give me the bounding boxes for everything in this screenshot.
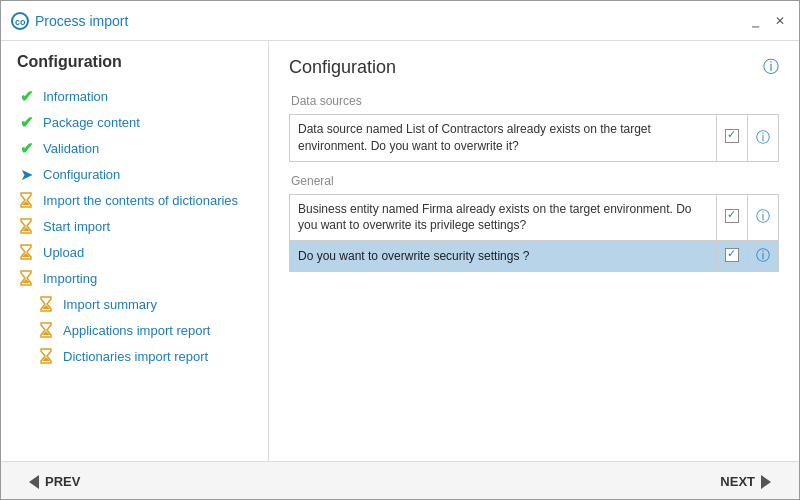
sidebar-icon-check: ✔ [17, 113, 35, 131]
hourglass-icon [38, 322, 54, 338]
svg-text:co: co [15, 17, 26, 27]
hourglass-icon [38, 296, 54, 312]
hourglass-icon [18, 192, 34, 208]
config-table-general: Business entity named Firma already exis… [289, 194, 779, 273]
section-data-sources: Data sourcesData source named List of Co… [289, 94, 779, 162]
sidebar-icon-pending [17, 217, 35, 235]
check-icon: ✔ [20, 87, 33, 106]
sidebar-icon-arrow: ➤ [17, 165, 35, 183]
checkbox-data-source-row[interactable] [725, 129, 739, 143]
config-row-business-entity-row: Business entity named Firma already exis… [290, 194, 779, 241]
sidebar-title: Configuration [1, 53, 268, 83]
config-row-text-business-entity-row: Business entity named Firma already exis… [290, 194, 717, 241]
hourglass-icon [18, 218, 34, 234]
checkbox-business-entity-row[interactable] [725, 209, 739, 223]
config-row-check-security-settings-row[interactable] [717, 241, 748, 272]
hourglass-icon [38, 348, 54, 364]
sidebar-label-validation: Validation [43, 141, 99, 156]
sidebar-item-import-dictionaries[interactable]: Import the contents of dictionaries [1, 187, 268, 213]
sidebar-item-import-summary[interactable]: Import summary [1, 291, 268, 317]
info-icon-security-settings-row[interactable]: ⓘ [756, 247, 770, 263]
sidebar-label-import-summary: Import summary [63, 297, 157, 312]
sidebar-item-information[interactable]: ✔Information [1, 83, 268, 109]
window-controls: ⎯ ✕ [748, 12, 789, 30]
sidebar-label-package-content: Package content [43, 115, 140, 130]
sidebar-label-upload: Upload [43, 245, 84, 260]
config-row-security-settings-row: Do you want to overwrite security settin… [290, 241, 779, 272]
check-icon: ✔ [20, 139, 33, 158]
sidebar-label-applications-import-report: Applications import report [63, 323, 210, 338]
info-icon-data-source-row[interactable]: ⓘ [756, 129, 770, 145]
sidebar-icon-pending [17, 191, 35, 209]
sidebar-icon-check: ✔ [17, 87, 35, 105]
section-label-data-sources: Data sources [289, 94, 779, 108]
sidebar-label-start-import: Start import [43, 219, 110, 234]
checkbox-security-settings-row[interactable] [725, 248, 739, 262]
sidebar-label-import-dictionaries: Import the contents of dictionaries [43, 193, 238, 208]
next-arrow-icon [761, 475, 771, 489]
minimize-button[interactable]: ⎯ [748, 12, 763, 30]
section-general: GeneralBusiness entity named Firma alrea… [289, 174, 779, 273]
bottom-bar: PREV NEXT [1, 461, 799, 500]
sidebar-item-configuration[interactable]: ➤Configuration [1, 161, 268, 187]
sidebar-icon-pending [17, 243, 35, 261]
arrow-icon: ➤ [20, 165, 33, 184]
sidebar-item-start-import[interactable]: Start import [1, 213, 268, 239]
next-label: NEXT [720, 474, 755, 489]
sidebar-icon-pending [37, 295, 55, 313]
check-icon: ✔ [20, 113, 33, 132]
sidebar-label-dictionaries-import-report: Dictionaries import report [63, 349, 208, 364]
content-sections: Data sourcesData source named List of Co… [289, 94, 779, 272]
sidebar-item-importing[interactable]: Importing [1, 265, 268, 291]
prev-arrow-icon [29, 475, 39, 489]
main-container: Configuration ✔Information✔Package conte… [1, 41, 799, 461]
window-title: Process import [35, 13, 128, 29]
prev-label: PREV [45, 474, 80, 489]
config-row-check-data-source-row[interactable] [717, 115, 748, 162]
close-button[interactable]: ✕ [771, 12, 789, 30]
content-title: Configuration [289, 57, 396, 78]
sidebar-item-package-content[interactable]: ✔Package content [1, 109, 268, 135]
sidebar-label-information: Information [43, 89, 108, 104]
content-area: Configuration ⓘ Data sourcesData source … [269, 41, 799, 461]
config-table-data-sources: Data source named List of Contractors al… [289, 114, 779, 162]
co-icon: co [11, 12, 29, 30]
sidebar-item-dictionaries-import-report[interactable]: Dictionaries import report [1, 343, 268, 369]
next-button[interactable]: NEXT [712, 470, 779, 493]
content-header: Configuration ⓘ [289, 57, 779, 78]
sidebar-items-container: ✔Information✔Package content✔Validation➤… [1, 83, 268, 369]
hourglass-icon [18, 244, 34, 260]
title-bar-left: co Process import [11, 12, 128, 30]
config-row-info-security-settings-row[interactable]: ⓘ [748, 241, 779, 272]
sidebar-item-applications-import-report[interactable]: Applications import report [1, 317, 268, 343]
info-icon-business-entity-row[interactable]: ⓘ [756, 208, 770, 224]
sidebar-item-validation[interactable]: ✔Validation [1, 135, 268, 161]
section-label-general: General [289, 174, 779, 188]
sidebar-label-configuration: Configuration [43, 167, 120, 182]
config-row-text-security-settings-row: Do you want to overwrite security settin… [290, 241, 717, 272]
sidebar-icon-check: ✔ [17, 139, 35, 157]
content-info-icon[interactable]: ⓘ [763, 57, 779, 78]
config-row-text-data-source-row: Data source named List of Contractors al… [290, 115, 717, 162]
sidebar-item-upload[interactable]: Upload [1, 239, 268, 265]
sidebar-icon-pending [17, 269, 35, 287]
prev-button[interactable]: PREV [21, 470, 88, 493]
config-row-check-business-entity-row[interactable] [717, 194, 748, 241]
sidebar-icon-pending [37, 347, 55, 365]
config-row-data-source-row: Data source named List of Contractors al… [290, 115, 779, 162]
hourglass-icon [18, 270, 34, 286]
title-bar: co Process import ⎯ ✕ [1, 1, 799, 41]
sidebar: Configuration ✔Information✔Package conte… [1, 41, 269, 461]
sidebar-icon-pending [37, 321, 55, 339]
sidebar-label-importing: Importing [43, 271, 97, 286]
config-row-info-business-entity-row[interactable]: ⓘ [748, 194, 779, 241]
config-row-info-data-source-row[interactable]: ⓘ [748, 115, 779, 162]
